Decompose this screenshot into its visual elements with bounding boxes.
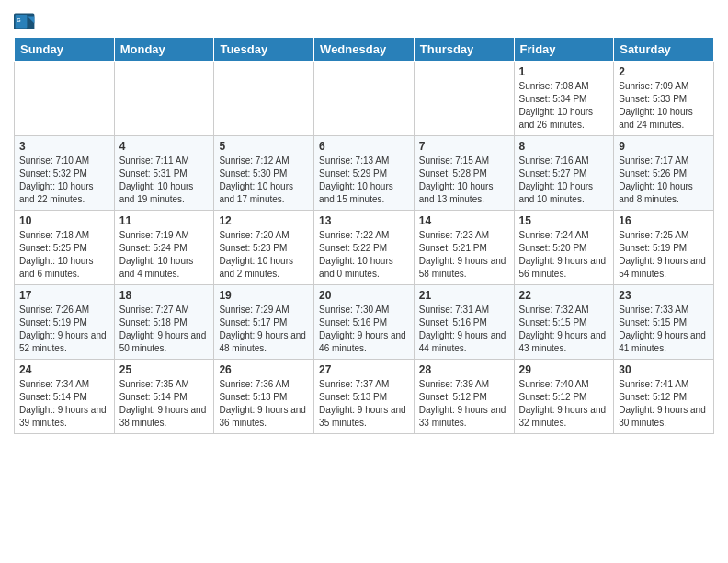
day-number: 6 — [319, 140, 409, 153]
calendar-week-row: 3Sunrise: 7:10 AM Sunset: 5:32 PM Daylig… — [15, 136, 714, 211]
col-header-wednesday: Wednesday — [314, 38, 415, 62]
calendar-cell: 17Sunrise: 7:26 AM Sunset: 5:19 PM Dayli… — [15, 285, 115, 360]
calendar-cell: 20Sunrise: 7:30 AM Sunset: 5:16 PM Dayli… — [314, 285, 415, 360]
day-detail: Sunrise: 7:20 AM Sunset: 5:23 PM Dayligh… — [219, 229, 309, 281]
calendar-cell: 1Sunrise: 7:08 AM Sunset: 5:34 PM Daylig… — [514, 62, 614, 136]
day-detail: Sunrise: 7:35 AM Sunset: 5:14 PM Dayligh… — [119, 378, 210, 430]
day-detail: Sunrise: 7:19 AM Sunset: 5:24 PM Dayligh… — [119, 229, 210, 281]
day-number: 17 — [19, 289, 109, 302]
logo-icon: G — [14, 13, 36, 31]
calendar-cell — [414, 62, 514, 136]
day-detail: Sunrise: 7:11 AM Sunset: 5:31 PM Dayligh… — [119, 155, 210, 206]
calendar-cell: 7Sunrise: 7:15 AM Sunset: 5:28 PM Daylig… — [414, 136, 514, 211]
day-detail: Sunrise: 7:23 AM Sunset: 5:21 PM Dayligh… — [419, 229, 509, 281]
day-detail: Sunrise: 7:39 AM Sunset: 5:12 PM Dayligh… — [419, 378, 509, 430]
calendar-cell: 4Sunrise: 7:11 AM Sunset: 5:31 PM Daylig… — [114, 136, 214, 211]
day-number: 19 — [219, 289, 309, 302]
col-header-thursday: Thursday — [414, 38, 514, 62]
calendar-cell: 25Sunrise: 7:35 AM Sunset: 5:14 PM Dayli… — [114, 360, 214, 434]
page-container: G SundayMondayTuesdayWednesdayThursdayFr… — [0, 0, 728, 443]
calendar-cell — [15, 62, 115, 136]
calendar-week-row: 24Sunrise: 7:34 AM Sunset: 5:14 PM Dayli… — [15, 360, 714, 434]
day-detail: Sunrise: 7:08 AM Sunset: 5:34 PM Dayligh… — [519, 80, 609, 132]
day-detail: Sunrise: 7:13 AM Sunset: 5:29 PM Dayligh… — [319, 155, 409, 206]
day-detail: Sunrise: 7:32 AM Sunset: 5:15 PM Dayligh… — [519, 304, 609, 355]
day-number: 18 — [119, 289, 210, 302]
day-detail: Sunrise: 7:34 AM Sunset: 5:14 PM Dayligh… — [19, 378, 109, 430]
calendar-cell: 28Sunrise: 7:39 AM Sunset: 5:12 PM Dayli… — [414, 360, 514, 434]
calendar-cell: 2Sunrise: 7:09 AM Sunset: 5:33 PM Daylig… — [614, 62, 714, 136]
day-number: 20 — [319, 289, 409, 302]
calendar-cell: 5Sunrise: 7:12 AM Sunset: 5:30 PM Daylig… — [214, 136, 314, 211]
day-detail: Sunrise: 7:12 AM Sunset: 5:30 PM Dayligh… — [219, 155, 309, 206]
day-number: 12 — [219, 214, 309, 227]
day-number: 22 — [519, 289, 609, 302]
day-detail: Sunrise: 7:17 AM Sunset: 5:26 PM Dayligh… — [619, 155, 709, 206]
day-number: 15 — [519, 214, 609, 227]
day-number: 14 — [419, 214, 509, 227]
col-header-monday: Monday — [114, 38, 214, 62]
day-detail: Sunrise: 7:25 AM Sunset: 5:19 PM Dayligh… — [619, 229, 709, 281]
day-detail: Sunrise: 7:22 AM Sunset: 5:22 PM Dayligh… — [319, 229, 409, 281]
day-number: 27 — [319, 363, 409, 376]
day-number: 9 — [619, 140, 709, 153]
calendar-cell — [314, 62, 415, 136]
calendar-cell: 19Sunrise: 7:29 AM Sunset: 5:17 PM Dayli… — [214, 285, 314, 360]
col-header-tuesday: Tuesday — [214, 38, 314, 62]
day-number: 4 — [119, 140, 210, 153]
day-detail: Sunrise: 7:15 AM Sunset: 5:28 PM Dayligh… — [419, 155, 509, 206]
calendar-cell: 26Sunrise: 7:36 AM Sunset: 5:13 PM Dayli… — [214, 360, 314, 434]
day-detail: Sunrise: 7:24 AM Sunset: 5:20 PM Dayligh… — [519, 229, 609, 281]
day-detail: Sunrise: 7:30 AM Sunset: 5:16 PM Dayligh… — [319, 304, 409, 355]
calendar-cell: 6Sunrise: 7:13 AM Sunset: 5:29 PM Daylig… — [314, 136, 415, 211]
day-detail: Sunrise: 7:18 AM Sunset: 5:25 PM Dayligh… — [19, 229, 109, 281]
calendar-table: SundayMondayTuesdayWednesdayThursdayFrid… — [14, 37, 714, 434]
day-number: 23 — [619, 289, 709, 302]
day-detail: Sunrise: 7:37 AM Sunset: 5:13 PM Dayligh… — [319, 378, 409, 430]
day-detail: Sunrise: 7:36 AM Sunset: 5:13 PM Dayligh… — [219, 378, 309, 430]
calendar-cell: 16Sunrise: 7:25 AM Sunset: 5:19 PM Dayli… — [614, 211, 714, 285]
day-number: 7 — [419, 140, 509, 153]
calendar-week-row: 17Sunrise: 7:26 AM Sunset: 5:19 PM Dayli… — [15, 285, 714, 360]
calendar-cell: 8Sunrise: 7:16 AM Sunset: 5:27 PM Daylig… — [514, 136, 614, 211]
day-number: 25 — [119, 363, 210, 376]
day-number: 8 — [519, 140, 609, 153]
day-number: 5 — [219, 140, 309, 153]
calendar-cell: 30Sunrise: 7:41 AM Sunset: 5:12 PM Dayli… — [614, 360, 714, 434]
day-detail: Sunrise: 7:27 AM Sunset: 5:18 PM Dayligh… — [119, 304, 210, 355]
calendar-cell — [214, 62, 314, 136]
calendar-cell: 12Sunrise: 7:20 AM Sunset: 5:23 PM Dayli… — [214, 211, 314, 285]
day-number: 10 — [19, 214, 109, 227]
calendar-cell: 22Sunrise: 7:32 AM Sunset: 5:15 PM Dayli… — [514, 285, 614, 360]
day-detail: Sunrise: 7:10 AM Sunset: 5:32 PM Dayligh… — [19, 155, 109, 206]
calendar-cell: 9Sunrise: 7:17 AM Sunset: 5:26 PM Daylig… — [614, 136, 714, 211]
day-number: 28 — [419, 363, 509, 376]
day-number: 16 — [619, 214, 709, 227]
col-header-saturday: Saturday — [614, 38, 714, 62]
calendar-cell: 29Sunrise: 7:40 AM Sunset: 5:12 PM Dayli… — [514, 360, 614, 434]
day-number: 13 — [319, 214, 409, 227]
day-number: 26 — [219, 363, 309, 376]
day-number: 24 — [19, 363, 109, 376]
day-number: 3 — [19, 140, 109, 153]
calendar-cell: 24Sunrise: 7:34 AM Sunset: 5:14 PM Dayli… — [15, 360, 115, 434]
day-number: 11 — [119, 214, 210, 227]
calendar-cell: 13Sunrise: 7:22 AM Sunset: 5:22 PM Dayli… — [314, 211, 415, 285]
day-detail: Sunrise: 7:33 AM Sunset: 5:15 PM Dayligh… — [619, 304, 709, 355]
calendar-cell: 11Sunrise: 7:19 AM Sunset: 5:24 PM Dayli… — [114, 211, 214, 285]
svg-text:G: G — [17, 17, 20, 23]
calendar-cell: 23Sunrise: 7:33 AM Sunset: 5:15 PM Dayli… — [614, 285, 714, 360]
header: G — [14, 9, 714, 31]
calendar-cell: 27Sunrise: 7:37 AM Sunset: 5:13 PM Dayli… — [314, 360, 415, 434]
calendar-week-row: 10Sunrise: 7:18 AM Sunset: 5:25 PM Dayli… — [15, 211, 714, 285]
day-detail: Sunrise: 7:40 AM Sunset: 5:12 PM Dayligh… — [519, 378, 609, 430]
calendar-week-row: 1Sunrise: 7:08 AM Sunset: 5:34 PM Daylig… — [15, 62, 714, 136]
col-header-friday: Friday — [514, 38, 614, 62]
day-detail: Sunrise: 7:41 AM Sunset: 5:12 PM Dayligh… — [619, 378, 709, 430]
col-header-sunday: Sunday — [15, 38, 115, 62]
calendar-cell: 15Sunrise: 7:24 AM Sunset: 5:20 PM Dayli… — [514, 211, 614, 285]
calendar-cell — [114, 62, 214, 136]
day-number: 30 — [619, 363, 709, 376]
logo: G — [14, 13, 40, 31]
day-detail: Sunrise: 7:26 AM Sunset: 5:19 PM Dayligh… — [19, 304, 109, 355]
